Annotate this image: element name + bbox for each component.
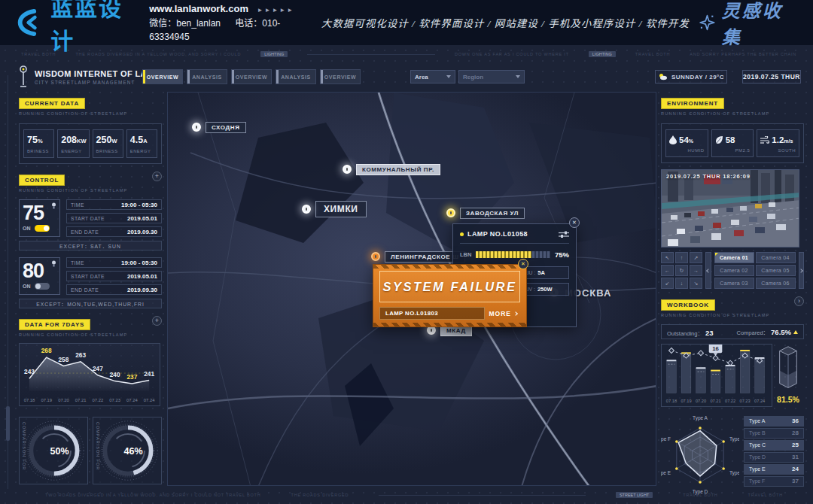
- reset-view-button[interactable]: ↻: [675, 265, 688, 276]
- region-select[interactable]: Region: [458, 70, 525, 83]
- svg-text:241: 241: [144, 370, 154, 378]
- droplet-icon: [669, 135, 677, 144]
- pan-up-button[interactable]: ↑: [675, 252, 688, 263]
- seven-days-badge: DATA FOR 7DAYS: [19, 319, 90, 330]
- tab-overview-1[interactable]: OVERVIEW: [142, 69, 183, 84]
- outstanding-label: Outstanding：: [667, 330, 703, 337]
- area-select[interactable]: Area: [410, 70, 455, 83]
- svg-text:240: 240: [110, 371, 120, 378]
- camera-02-button[interactable]: Camera 02: [714, 265, 754, 276]
- pan-up-right-button[interactable]: ↗: [690, 252, 702, 263]
- svg-text:07.22: 07.22: [725, 399, 735, 403]
- workbook-subtitle: RUNNING CONDITION OF STREETLAMP: [661, 313, 769, 317]
- failure-message: SYSTEM FAILURE: [382, 280, 516, 294]
- type-e-row[interactable]: Type E24: [744, 464, 804, 475]
- time-row: TIME19:00 - 05:30: [66, 199, 162, 210]
- brand-name: 蓝蓝设计: [50, 0, 136, 56]
- expand-chart-button[interactable]: +: [152, 316, 162, 326]
- view-tabs: OVERVIEW ANALYSIS OVERVIEW ANALYSIS OVER…: [142, 69, 361, 84]
- pan-down-button[interactable]: ↓: [675, 278, 688, 289]
- map-pin-khimki[interactable]: ХИМКИ: [300, 201, 367, 217]
- pm25-tile: 58 PM2.5: [711, 129, 754, 157]
- control-subtitle: RUNNING CONDITION OF STREETLAMP: [19, 188, 127, 193]
- camera-feed[interactable]: 2019.07.25 THUR 18:26:09: [661, 169, 799, 247]
- camera-06-button[interactable]: Camera 06: [756, 278, 796, 289]
- pan-down-left-button[interactable]: ↙: [661, 278, 674, 289]
- workbook-stats: Outstanding：23 Compared：76.5%: [661, 324, 804, 339]
- svg-text:07.23: 07.23: [109, 398, 120, 402]
- schedule-toggle[interactable]: [35, 225, 50, 232]
- close-icon[interactable]: ✕: [518, 259, 528, 269]
- chevron-down-icon: [446, 75, 451, 78]
- tank-cube-icon: [775, 344, 801, 393]
- map-pin-leningradskoe[interactable]: ЛЕНИНГРАДСКОЕ Ш: [370, 250, 465, 263]
- type-b-row[interactable]: Type B28: [744, 428, 804, 439]
- time-row: TIME19:00 - 05:30: [66, 257, 162, 268]
- website-link[interactable]: www.lanlanwork.com: [149, 3, 248, 14]
- svg-text:07.19: 07.19: [41, 398, 52, 402]
- tab-analysis-2[interactable]: ANALYSIS: [276, 69, 316, 84]
- svg-text:07.19: 07.19: [681, 399, 691, 403]
- map-pin-kommunalny[interactable]: КОММУНАЛЬНЫЙ ПР.: [341, 163, 440, 175]
- comparison-gauge-1: COMPARISON FOR 50%: [19, 417, 88, 484]
- camera-controls: ↖ ↑ ↗ ← ↻ → ↙ ↓ ↘ Camera 01 Camera 04 Ca…: [661, 252, 804, 289]
- pan-right-button[interactable]: →: [690, 265, 702, 276]
- services-list: 大数据可视化设计 / 软件界面设计 / 网站建设 / 手机及小程序设计 / 软件…: [312, 15, 699, 30]
- end-date-row: END DATE2019.09.30: [66, 284, 162, 295]
- more-button[interactable]: MORE: [489, 310, 521, 317]
- inspiration-collect[interactable]: 灵感收集: [699, 0, 793, 49]
- leaf-icon: [715, 135, 723, 144]
- lanlan-logo-icon: [17, 7, 44, 38]
- schedule-toggle[interactable]: [35, 283, 50, 290]
- tab-overview-3[interactable]: OVERVIEW: [320, 69, 361, 84]
- metric-tile: 250W BRINESS: [93, 129, 123, 158]
- gauge-label: COMPARISON FOR: [96, 422, 100, 470]
- camera-04-button[interactable]: Camera 04: [756, 252, 796, 263]
- end-date-row: END DATE2019.09.30: [66, 226, 162, 237]
- date-widget: 2019.07.25 THUR: [742, 70, 801, 83]
- chevron-left-icon: [706, 269, 711, 273]
- camera-01-button[interactable]: Camera 01: [714, 252, 754, 263]
- streetlamp-icon: [18, 65, 29, 88]
- pan-left-button[interactable]: ←: [661, 265, 674, 276]
- camera-timestamp: 2019.07.25 THUR 18:26:09: [666, 173, 751, 180]
- svg-text:237: 237: [127, 373, 138, 381]
- map-pin-zavodskaya[interactable]: ЗАВОДСКАЯ УЛ: [445, 207, 525, 219]
- gauge-label: COMPARISON FOR: [22, 422, 26, 470]
- svg-text:07.23: 07.23: [740, 399, 751, 403]
- camera-05-button[interactable]: Camera 05: [756, 265, 796, 276]
- workbook-expand-button[interactable]: ›: [794, 296, 804, 306]
- add-schedule-button[interactable]: +: [152, 172, 162, 181]
- svg-text:Type B: Type B: [729, 436, 739, 442]
- sliders-icon[interactable]: [559, 231, 569, 238]
- gauge-value: 50%: [33, 417, 86, 485]
- scroll-rail[interactable]: [8, 75, 8, 489]
- tab-overview-2[interactable]: OVERVIEW: [231, 69, 272, 84]
- close-icon[interactable]: ✕: [569, 217, 580, 228]
- type-d-row[interactable]: Type D31: [744, 452, 804, 463]
- environment-subtitle: RUNNING CONDITION OF STREETLAMP: [661, 111, 769, 116]
- tab-analysis-1[interactable]: ANALYSIS: [187, 69, 227, 84]
- camera-03-button[interactable]: Camera 03: [714, 278, 754, 289]
- svg-text:263: 263: [75, 351, 86, 359]
- type-a-row[interactable]: Type A36: [744, 416, 804, 427]
- current-data-subtitle: RUNNING CONDITION OF STREETLAMP: [19, 111, 127, 116]
- pan-up-left-button[interactable]: ↖: [661, 252, 674, 263]
- city-map[interactable]: СХОДНЯ КОММУНАЛЬНЫЙ ПР. ХИМКИ ЗАВОДСКАЯ …: [167, 92, 656, 486]
- workbook-badge: WORKBOOK: [661, 299, 715, 311]
- pan-down-right-button[interactable]: ↘: [690, 278, 702, 289]
- type-f-row[interactable]: Type F37: [744, 476, 804, 487]
- schedule-block-2: 80 ON TIME19:00 - 05:30 START DATE2019.0…: [19, 257, 162, 308]
- metric-tile: 208KW ENERGY: [57, 129, 89, 158]
- map-pin-shodnya[interactable]: СХОДНЯ: [190, 121, 246, 133]
- gauge-value: 46%: [107, 417, 160, 485]
- wind-tile: 1.2m/s SOUTH: [757, 129, 799, 157]
- environment-tiles: 54% HUMID 58 PM2.5: [661, 123, 804, 163]
- brightness-bar[interactable]: [476, 251, 550, 258]
- wisdom-lamp-dashboard: 蓝蓝设计 www.lanlanwork.com ►►►►► 微信：ben_lan…: [0, 0, 813, 504]
- prev-cameras-button[interactable]: [705, 252, 711, 289]
- start-date-row: START DATE2019.05.01: [66, 213, 162, 223]
- svg-text:258: 258: [59, 356, 69, 363]
- type-c-row[interactable]: Type C25: [744, 440, 804, 451]
- next-cameras-button[interactable]: [799, 252, 805, 289]
